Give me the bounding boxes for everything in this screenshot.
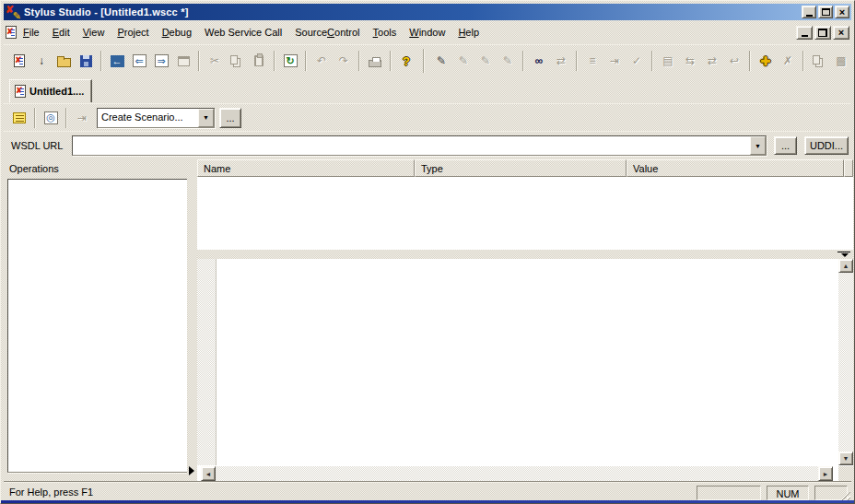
scroll-down-button[interactable]: ▼ <box>838 451 853 465</box>
replace-button: ⇄ <box>550 51 572 72</box>
menu-item-debug[interactable]: Debug <box>156 24 198 41</box>
delete-scenario-button: ✗ <box>777 51 799 72</box>
add-scenario-button[interactable]: ✚ <box>755 51 777 72</box>
parameters-table-body[interactable] <box>197 177 853 250</box>
save-button[interactable] <box>75 51 97 72</box>
find-binoculars-button[interactable]: ∞ <box>528 51 550 72</box>
toolbar-separator <box>423 49 425 73</box>
delete-scenario-icon: ✗ <box>783 55 792 66</box>
splitter-collapse-handle[interactable] <box>837 252 850 258</box>
operations-list[interactable] <box>7 179 189 473</box>
wsdl-browse-label: ... <box>781 140 790 151</box>
back-button[interactable]: ← <box>106 51 128 72</box>
mdi-close-button[interactable]: × <box>833 26 849 40</box>
vertical-scroll-track[interactable] <box>838 273 853 451</box>
undo-icon: ↶ <box>317 55 326 66</box>
column-header-name[interactable]: Name <box>197 159 415 177</box>
pane-scroll-arrow-icon[interactable] <box>189 466 194 475</box>
new-document-icon <box>14 54 25 67</box>
scrollbar-corner <box>838 466 853 481</box>
scenario-combo-dropdown-button[interactable]: ▼ <box>198 109 214 127</box>
editor-selection-margin <box>197 259 217 465</box>
toolbar-separator <box>65 108 67 128</box>
toolbar-separator <box>651 51 653 71</box>
menu-item-file[interactable]: File <box>17 24 46 41</box>
uddi-button-label: UDDI... <box>810 140 843 151</box>
close-button[interactable]: × <box>835 6 849 18</box>
scroll-right-button[interactable]: ► <box>818 466 833 481</box>
toolbar-separator <box>749 51 751 71</box>
pen-button[interactable]: ✎ <box>430 51 452 72</box>
format-document-button: ≡ <box>581 51 603 72</box>
menu-item-help[interactable]: Help <box>451 24 486 41</box>
column-header-type[interactable]: Type <box>415 159 627 177</box>
menu-item-edit[interactable]: Edit <box>46 24 76 41</box>
open-button[interactable] <box>53 51 75 72</box>
pen-icon: ✎ <box>437 55 446 66</box>
tab-label: Untitled1.... <box>29 86 84 97</box>
scroll-left-button[interactable]: ◄ <box>201 466 216 481</box>
mdi-minimize-button[interactable] <box>796 26 813 40</box>
send-request-icon: ⇥ <box>77 112 87 123</box>
horizontal-scroll-track[interactable] <box>216 466 818 481</box>
scenario-revert-icon: ↩ <box>730 55 739 66</box>
redo-button: ↷ <box>333 51 355 72</box>
titlebar: ✘✎ Stylus Studio - [Untitled1.wscc *] × <box>4 4 851 20</box>
open-icon <box>57 58 71 67</box>
minimize-button[interactable] <box>802 6 816 18</box>
back-icon: ← <box>111 55 124 67</box>
menu-item-window[interactable]: Window <box>403 24 451 41</box>
add-scenario-icon: ✚ <box>761 55 771 67</box>
menu-item-tools[interactable]: Tools <box>367 24 404 41</box>
editor-horizontal-scrollbar[interactable]: ◄ ► <box>201 466 833 481</box>
menu-item-web-service-call[interactable]: Web Service Call <box>198 24 288 41</box>
menu-item-sourcecontrol[interactable]: SourceControl <box>288 24 366 41</box>
maximize-button[interactable] <box>818 6 833 18</box>
scenario-combo-value: Create Scenario... <box>98 109 198 127</box>
maximize-icon <box>822 8 830 16</box>
scenario-browse-button[interactable]: ... <box>219 108 241 128</box>
tab-untitled1[interactable]: Untitled1.... <box>9 79 92 102</box>
indent-button: ⇥ <box>603 51 626 72</box>
scroll-up-button[interactable]: ▲ <box>838 259 853 273</box>
back-into-document-button[interactable]: ⇐ <box>128 51 150 72</box>
scenario-properties-button[interactable] <box>8 107 30 128</box>
mdi-window-controls: × <box>794 26 849 40</box>
main-toolbar: ↓←⇐⇒✂↻↶↷?✎✎✎✎∞⇄≡⇥✓▤⇆⇄↩✚✗▩!.exe <box>4 44 851 76</box>
scenario-reorder-button: ⇆ <box>679 51 701 72</box>
vertical-pane-splitter[interactable] <box>187 159 197 481</box>
menu-item-view[interactable]: View <box>76 24 111 41</box>
wsdl-browse-button[interactable]: ... <box>774 136 797 155</box>
paste-icon <box>254 55 264 66</box>
fetch-url-button[interactable]: ↓ <box>30 51 53 72</box>
wsdl-url-bar: WSDL URL ▼ ... UDDI... <box>4 131 851 159</box>
new-document-button[interactable] <box>8 51 30 72</box>
wsdl-url-dropdown-button[interactable]: ▼ <box>750 136 766 155</box>
wsdl-url-input[interactable] <box>73 136 750 155</box>
scenario-grid-icon: ▩ <box>836 55 846 66</box>
menu-item-project[interactable]: Project <box>111 24 155 41</box>
scenario-combobox[interactable]: Create Scenario... ▼ <box>97 108 215 128</box>
document-tab-row: Untitled1.... <box>4 76 851 103</box>
toolbar-separator <box>390 51 392 71</box>
mdi-restore-icon <box>818 29 827 37</box>
scenario-copy-button <box>808 51 830 72</box>
toolbar-separator <box>522 51 524 71</box>
column-header-value[interactable]: Value <box>627 159 844 177</box>
toolbar-separator <box>802 51 804 71</box>
refresh-button[interactable]: ↻ <box>279 51 301 72</box>
pen-cross-button: ✎ <box>497 51 519 72</box>
preview-magnifier-icon: ◎ <box>44 111 58 124</box>
help-icon: ? <box>403 55 410 67</box>
status-num-indicator: NUM <box>767 486 809 500</box>
help-button[interactable]: ? <box>395 51 417 72</box>
forward-into-document-button[interactable]: ⇒ <box>150 51 172 72</box>
toolbar-separator <box>100 51 102 71</box>
editor-vertical-scrollbar[interactable]: ▲ ▼ <box>838 259 853 465</box>
preview-magnifier-button[interactable]: ◎ <box>40 107 62 128</box>
scenario-browse-label: ... <box>226 112 234 123</box>
uddi-button[interactable]: UDDI... <box>804 136 849 155</box>
horizontal-splitter[interactable] <box>197 250 853 259</box>
mdi-restore-button[interactable] <box>814 26 831 40</box>
editor-text-area[interactable] <box>217 259 838 465</box>
